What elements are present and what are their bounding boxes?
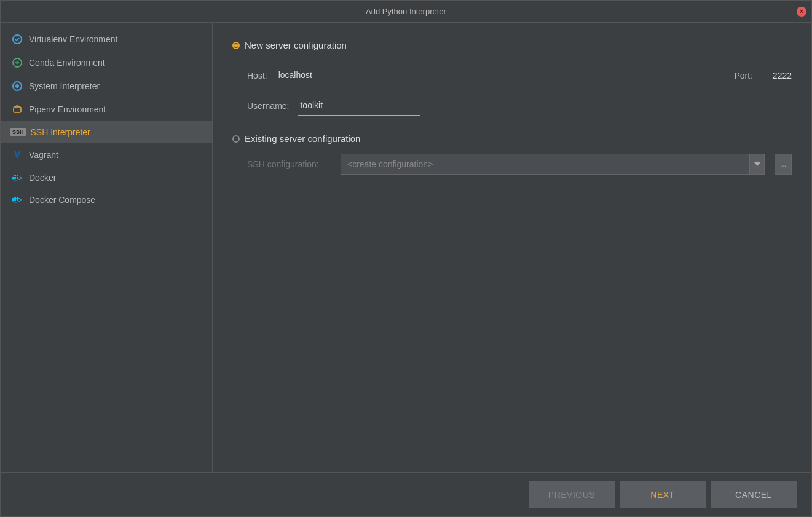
sidebar-item-virtualenv[interactable]: Virtualenv Environment xyxy=(1,28,212,51)
ssh-config-label: SSH configuration: xyxy=(247,159,333,169)
svg-point-2 xyxy=(15,84,19,88)
close-button[interactable]: × xyxy=(797,7,806,17)
sidebar-item-docker[interactable]: Docker xyxy=(1,167,212,189)
username-input[interactable] xyxy=(299,98,419,112)
port-label: Port: xyxy=(734,71,752,81)
dialog-title: Add Python Interpreter xyxy=(366,7,446,16)
existing-server-section: Existing server configuration SSH config… xyxy=(232,133,792,175)
system-icon xyxy=(10,81,24,92)
svg-rect-11 xyxy=(17,199,18,201)
vagrant-icon: V xyxy=(10,149,24,160)
sidebar-item-docker-label: Docker xyxy=(29,173,56,183)
cancel-button[interactable]: CANCEL xyxy=(711,481,797,508)
existing-server-section-header[interactable]: Existing server configuration xyxy=(232,133,792,144)
ssh-config-placeholder: <create configuration> xyxy=(341,154,749,174)
sidebar-item-docker-compose-label: Docker Compose xyxy=(29,195,95,205)
dialog-body: Virtualenv Environment Conda Environment… xyxy=(1,23,811,472)
title-bar: Add Python Interpreter × xyxy=(1,1,811,23)
pipenv-icon xyxy=(10,104,24,115)
svg-rect-5 xyxy=(14,177,16,179)
svg-rect-6 xyxy=(17,177,18,179)
sidebar-item-docker-compose[interactable]: Docker Compose xyxy=(1,189,212,211)
add-python-interpreter-dialog: Add Python Interpreter × Virtualenv Envi… xyxy=(0,0,812,517)
host-label: Host: xyxy=(247,71,267,81)
sidebar-item-vagrant-label: Vagrant xyxy=(29,150,58,160)
new-server-title: New server configuration xyxy=(245,40,347,50)
ssh-config-select[interactable]: <create configuration> xyxy=(341,154,765,175)
sidebar-item-system[interactable]: System Interpreter xyxy=(1,74,212,98)
existing-server-title: Existing server configuration xyxy=(245,133,360,144)
docker-icon xyxy=(10,173,24,183)
ellipsis-label: ... xyxy=(780,160,786,168)
sidebar-item-virtualenv-label: Virtualenv Environment xyxy=(29,34,117,44)
sidebar: Virtualenv Environment Conda Environment… xyxy=(1,23,213,472)
sidebar-item-vagrant[interactable]: V Vagrant xyxy=(1,143,212,167)
virtualenv-icon xyxy=(10,34,24,45)
ssh-config-row: SSH configuration: <create configuration… xyxy=(247,154,792,175)
port-value: 2222 xyxy=(761,71,792,81)
sidebar-item-ssh[interactable]: SSH SSH Interpreter xyxy=(1,121,212,143)
username-label: Username: xyxy=(247,101,289,111)
conda-icon xyxy=(10,57,24,68)
sidebar-item-conda-label: Conda Environment xyxy=(29,58,105,68)
previous-button[interactable]: PREVIOUS xyxy=(529,481,615,508)
new-server-section-header[interactable]: New server configuration xyxy=(232,40,792,50)
dialog-footer: PREVIOUS NEXT CANCEL xyxy=(1,472,811,516)
next-button[interactable]: NEXT xyxy=(620,481,706,508)
svg-rect-3 xyxy=(14,107,21,112)
sidebar-item-pipenv[interactable]: Pipenv Environment xyxy=(1,98,212,121)
main-content: New server configuration Host: Port: 222… xyxy=(213,23,811,472)
ssh-icon: SSH xyxy=(10,128,26,136)
existing-server-radio[interactable] xyxy=(232,135,240,143)
sidebar-item-pipenv-label: Pipenv Environment xyxy=(29,105,106,114)
ssh-config-ellipsis-button[interactable]: ... xyxy=(775,154,792,175)
sidebar-item-conda[interactable]: Conda Environment xyxy=(1,51,212,74)
docker-compose-icon xyxy=(10,195,24,205)
svg-rect-10 xyxy=(14,199,16,201)
sidebar-item-system-label: System Interpreter xyxy=(29,81,100,91)
new-server-radio[interactable] xyxy=(232,42,240,49)
ssh-config-dropdown-arrow[interactable] xyxy=(749,154,764,174)
host-input[interactable] xyxy=(277,68,725,82)
sidebar-item-ssh-label: SSH Interpreter xyxy=(31,127,90,137)
